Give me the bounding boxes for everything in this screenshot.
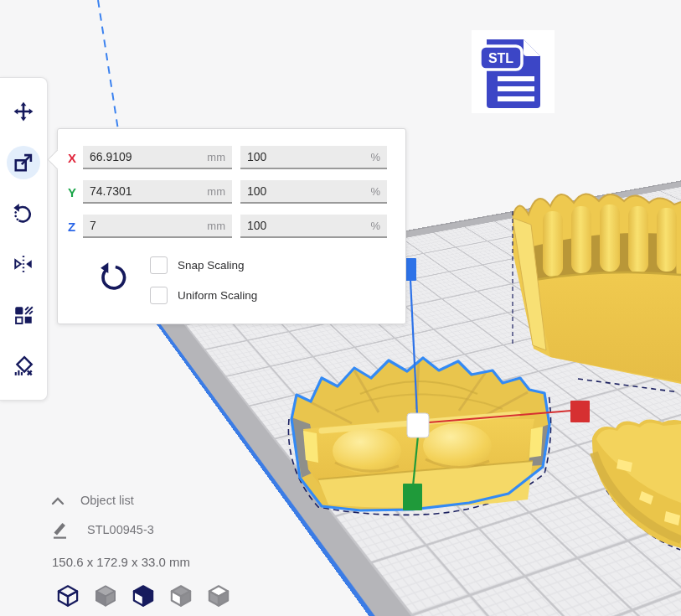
camera-view-presets [54, 583, 233, 610]
chevron-up-icon [49, 493, 67, 508]
z-axis-line [410, 280, 417, 416]
scale-handle-center[interactable] [407, 413, 429, 437]
scale-handle-x[interactable] [570, 401, 590, 422]
y-axis-line [413, 436, 418, 486]
scale-y-percent-field[interactable]: % [240, 180, 387, 204]
reset-scale-button[interactable] [96, 260, 130, 297]
view-left-cube-icon [168, 583, 194, 608]
move-icon [13, 101, 34, 122]
reset-arrow-icon [99, 261, 127, 293]
view-front-cube-icon [92, 583, 119, 608]
axis-label-z: Z [68, 220, 83, 234]
scale-z-mm-input[interactable] [90, 219, 182, 232]
scale-x-mm-input[interactable] [90, 150, 182, 163]
axis-label-y: Y [68, 185, 83, 199]
unit-label: mm [207, 151, 225, 163]
scale-z-percent-input[interactable] [247, 219, 339, 232]
scale-x-percent-field[interactable]: % [240, 146, 387, 169]
mirror-icon [13, 253, 34, 275]
view-top-cube-icon [130, 583, 157, 608]
uniform-scaling-checkbox[interactable] [150, 287, 168, 304]
scale-row-y: Y mm % [68, 180, 387, 204]
unit-label: % [370, 220, 380, 232]
rotate-icon [13, 203, 34, 225]
stl-badge-label: STL [488, 51, 513, 65]
unit-label: mm [207, 220, 225, 232]
scale-row-z: Z mm % [68, 215, 387, 238]
view-3d-button[interactable] [54, 583, 82, 610]
scale-y-mm-field[interactable]: mm [83, 180, 232, 204]
per-model-settings-button[interactable] [7, 298, 40, 332]
3d-slicer-viewport: X mm % Y mm % Z mm [0, 0, 681, 616]
scale-x-mm-field[interactable]: mm [83, 146, 232, 169]
view-right-button[interactable] [204, 583, 233, 610]
scale-y-percent-input[interactable] [247, 184, 339, 198]
scale-tool-panel: X mm % Y mm % Z mm [57, 128, 406, 324]
scale-z-percent-field[interactable]: % [240, 215, 387, 238]
snap-scaling-checkbox[interactable] [150, 256, 168, 274]
support-blocker-button[interactable] [7, 349, 40, 383]
model-dimensions-readout: 150.6 x 172.9 x 33.0 mm [52, 555, 190, 569]
scale-icon [13, 152, 34, 173]
unit-label: mm [207, 185, 225, 198]
snap-scaling-label: Snap Scaling [178, 259, 245, 272]
uniform-scaling-checkbox-row[interactable]: Uniform Scaling [150, 287, 257, 304]
object-name: STL00945-3 [87, 523, 154, 536]
view-3d-cube-icon [54, 583, 81, 608]
stl-file-thumbnail: STL [472, 30, 555, 113]
stl-document-icon: STL [475, 33, 552, 111]
object-list-title: Object list [80, 494, 134, 507]
object-list-item[interactable]: STL00945-3 [50, 520, 154, 540]
move-tool-button[interactable] [7, 95, 40, 128]
scale-x-percent-input[interactable] [247, 150, 339, 163]
scale-tool-button[interactable] [7, 146, 40, 179]
view-left-button[interactable] [167, 583, 195, 610]
object-list-header[interactable]: Object list [49, 493, 154, 508]
scale-y-mm-input[interactable] [90, 184, 182, 198]
view-top-button[interactable] [129, 583, 157, 610]
scale-row-x: X mm % [68, 146, 387, 169]
x-axis-line [429, 411, 571, 422]
uniform-scaling-label: Uniform Scaling [178, 289, 257, 302]
rotate-tool-button[interactable] [7, 197, 40, 230]
scale-handle-y[interactable] [403, 484, 422, 510]
tool-sidebar [0, 77, 48, 401]
support-blocker-icon [13, 355, 34, 377]
view-right-cube-icon [205, 583, 232, 608]
unit-label: % [370, 151, 380, 163]
scale-z-mm-field[interactable]: mm [83, 215, 232, 238]
pencil-icon [50, 520, 70, 540]
mirror-tool-button[interactable] [7, 247, 40, 281]
view-front-button[interactable] [91, 583, 120, 610]
axis-label-x: X [68, 151, 83, 165]
unit-label: % [370, 185, 380, 198]
object-list-panel: Object list STL00945-3 [49, 493, 154, 540]
per-model-settings-icon [13, 304, 34, 326]
scale-handle-z[interactable] [405, 258, 416, 281]
snap-scaling-checkbox-row[interactable]: Snap Scaling [150, 256, 245, 274]
